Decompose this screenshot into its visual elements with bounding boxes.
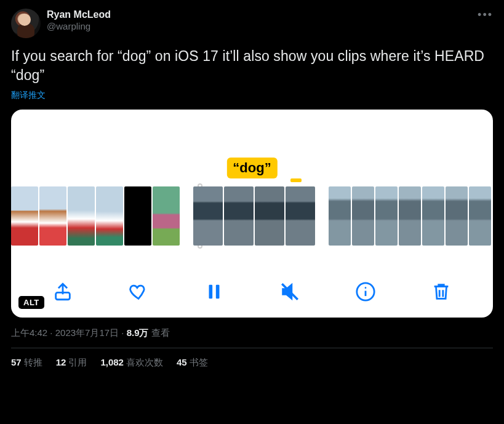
view-label: 查看 <box>151 327 170 338</box>
alt-badge[interactable]: ALT <box>18 296 44 309</box>
info-icon <box>355 281 376 302</box>
clip-thumb[interactable] <box>446 186 468 246</box>
media-controls <box>11 279 493 304</box>
clip-thumb[interactable] <box>39 186 66 246</box>
translate-link[interactable]: 翻译推文 <box>11 90 493 101</box>
avatar[interactable] <box>11 9 41 38</box>
stat-count: 12 <box>56 357 66 367</box>
stat-count: 45 <box>177 357 187 367</box>
pause-icon <box>204 281 225 302</box>
caption-caret <box>290 178 302 182</box>
clip-group <box>11 186 180 246</box>
tweet-meta: 上午4:42 · 2023年7月17日 · 8.9万 查看 <box>11 327 493 339</box>
stat-count: 57 <box>11 357 22 367</box>
stat-label: 书签 <box>190 357 208 367</box>
tweet-text: If you search for “dog” on iOS 17 it’ll … <box>11 47 493 85</box>
clip-group-active <box>193 186 315 246</box>
clip-thumb[interactable] <box>96 186 123 246</box>
clip-thumb[interactable] <box>399 186 421 246</box>
clip-thumb[interactable] <box>224 186 254 246</box>
clip-thumb[interactable] <box>286 186 315 246</box>
tweet-stats: 57转推 12引用 1,082喜欢次数 45书签 <box>11 357 493 369</box>
stat-label: 喜欢次数 <box>126 357 163 367</box>
stat-label: 转推 <box>24 357 42 367</box>
like-button[interactable] <box>126 279 151 304</box>
caption-highlight: “dog” <box>226 158 277 178</box>
tweet-date[interactable]: 2023年7月17日 <box>55 327 119 338</box>
stat-likes[interactable]: 1,082喜欢次数 <box>100 357 163 369</box>
clip-thumb[interactable] <box>193 186 223 246</box>
share-button[interactable] <box>50 279 75 304</box>
mute-button[interactable] <box>278 279 302 304</box>
stat-retweets[interactable]: 57转推 <box>11 357 42 369</box>
mute-icon <box>279 281 300 302</box>
trash-icon <box>431 281 452 302</box>
clip-thumb[interactable] <box>68 186 95 246</box>
svg-rect-1 <box>209 285 212 299</box>
tweet-time[interactable]: 上午4:42 <box>11 327 47 338</box>
svg-point-6 <box>365 287 367 289</box>
stat-bookmarks[interactable]: 45书签 <box>177 357 208 369</box>
clip-thumb[interactable] <box>11 186 38 246</box>
info-button[interactable] <box>353 279 378 304</box>
pause-button[interactable] <box>202 279 226 304</box>
clip-thumb[interactable] <box>375 186 398 246</box>
author-handle[interactable]: @warpling <box>47 21 111 33</box>
clip-thumb[interactable] <box>329 186 351 246</box>
clip-thumb[interactable] <box>469 186 491 246</box>
author-display-name[interactable]: Ryan McLeod <box>47 9 111 21</box>
meta-sep: · <box>47 327 55 338</box>
video-timeline[interactable] <box>11 186 493 246</box>
clip-thumb[interactable] <box>255 186 284 246</box>
share-icon <box>52 281 73 302</box>
author-names: Ryan McLeod @warpling <box>47 9 111 33</box>
tweet-header: Ryan McLeod @warpling <box>11 9 493 38</box>
heart-icon <box>128 281 149 302</box>
meta-sep: · <box>119 327 127 338</box>
clip-thumb[interactable] <box>422 186 444 246</box>
view-count: 8.9万 <box>127 327 149 338</box>
delete-button[interactable] <box>429 279 454 304</box>
clip-group <box>329 186 491 246</box>
clip-thumb[interactable] <box>352 186 374 246</box>
more-options-button[interactable]: ••• <box>478 9 493 22</box>
clip-thumb[interactable] <box>153 186 180 246</box>
stat-quotes[interactable]: 12引用 <box>56 357 87 369</box>
tweet-container: ••• Ryan McLeod @warpling If you search … <box>0 0 504 377</box>
stat-count: 1,082 <box>100 357 124 367</box>
media-attachment[interactable]: “dog” <box>11 110 493 318</box>
clip-thumb[interactable] <box>124 186 151 246</box>
stat-label: 引用 <box>68 357 87 367</box>
svg-rect-2 <box>216 285 220 299</box>
separator-line <box>11 348 493 348</box>
